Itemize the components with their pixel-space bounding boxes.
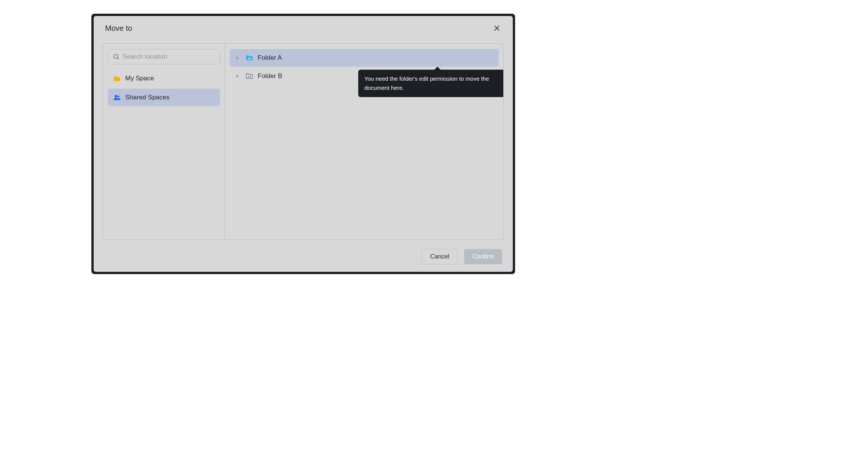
permission-tooltip: You need the folder's edit permission to… <box>358 70 504 97</box>
cancel-button-label: Cancel <box>430 253 449 260</box>
dialog-title: Move to <box>105 24 132 33</box>
folder-label: Folder A <box>258 54 282 62</box>
people-icon <box>113 94 121 101</box>
dialog-inner: Move to <box>94 16 513 272</box>
svg-point-7 <box>250 58 251 59</box>
folder-list: Folder A Folder B Yo <box>225 44 503 239</box>
svg-point-2 <box>114 54 118 59</box>
svg-point-8 <box>248 76 249 77</box>
location-panel: My Space Shared Spaces <box>103 43 504 240</box>
shared-folder-icon <box>246 55 253 61</box>
confirm-button-label: Confirm <box>472 253 494 260</box>
cancel-button[interactable]: Cancel <box>421 249 458 264</box>
svg-point-5 <box>118 96 120 97</box>
caret-right-icon <box>236 56 239 60</box>
search-input[interactable] <box>123 53 215 61</box>
close-button[interactable] <box>492 24 501 33</box>
svg-point-6 <box>248 58 249 59</box>
shared-folder-outline-icon <box>246 73 253 79</box>
sidebar: My Space Shared Spaces <box>103 44 225 239</box>
dialog-header: Move to <box>103 24 504 33</box>
svg-point-4 <box>115 95 117 97</box>
folder-icon <box>113 75 121 82</box>
close-icon <box>493 24 501 32</box>
sidebar-item-my-space[interactable]: My Space <box>108 70 220 87</box>
dialog-footer: Cancel Confirm <box>103 249 504 264</box>
move-to-dialog: Move to <box>91 14 515 274</box>
tooltip-text: You need the folder's edit permission to… <box>364 75 489 91</box>
search-box[interactable] <box>108 49 220 64</box>
search-icon <box>113 53 120 60</box>
sidebar-item-label: Shared Spaces <box>125 94 169 101</box>
confirm-button[interactable]: Confirm <box>464 249 502 264</box>
caret-right-icon <box>236 74 239 78</box>
svg-line-3 <box>117 58 118 59</box>
svg-point-9 <box>250 76 251 77</box>
folder-row-folder-a[interactable]: Folder A <box>230 49 499 67</box>
sidebar-item-shared-spaces[interactable]: Shared Spaces <box>108 89 220 106</box>
sidebar-item-label: My Space <box>125 75 154 82</box>
folder-label: Folder B <box>258 72 282 80</box>
